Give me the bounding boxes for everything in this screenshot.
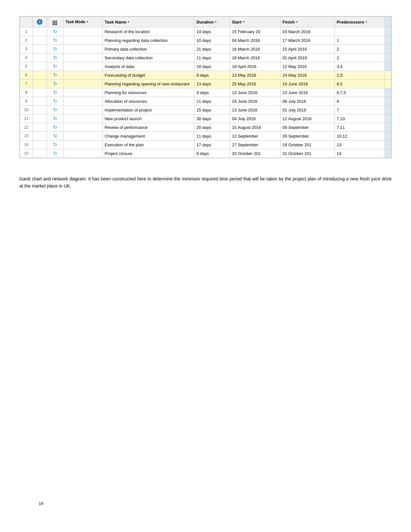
cell-task-mode xyxy=(64,45,103,53)
cell-task-mode xyxy=(64,71,103,80)
cell-icon1 xyxy=(33,45,47,53)
cell-task-mode xyxy=(64,27,103,36)
cell-finish: 10 June 2016 xyxy=(280,80,335,88)
gantt-table-container: i Task Mode ▼ xyxy=(19,16,392,158)
th-predecessors-label: Predecessors xyxy=(337,20,364,24)
task-mode-icon: ↻ xyxy=(53,124,57,130)
th-task-mode[interactable]: Task Mode ▼ xyxy=(64,17,103,27)
task-mode-icon: ↻ xyxy=(53,55,57,60)
cell-finish: 19 October 201 xyxy=(280,140,335,149)
th-task-name-label: Task Name xyxy=(104,20,126,24)
th-task-mode-label: Task Mode xyxy=(65,20,85,24)
cell-extra xyxy=(385,27,391,36)
cell-finish: 24 May 2016 xyxy=(280,71,335,80)
cell-num: 1 xyxy=(20,27,33,36)
cell-task-icon: ↻ xyxy=(47,45,64,53)
gantt-table: i Task Mode ▼ xyxy=(20,16,391,158)
cell-finish: 23 June 2016 xyxy=(280,88,335,97)
cell-num: 8 xyxy=(20,88,33,97)
cell-finish: 09 September xyxy=(280,123,335,132)
cell-task-icon: ↻ xyxy=(47,62,64,71)
cell-predecessors: 10,12 xyxy=(335,132,385,140)
cell-extra xyxy=(385,132,391,140)
cell-start: 18 March 2016 xyxy=(230,53,280,62)
cell-task-mode xyxy=(64,132,103,140)
th-duration-label: Duration xyxy=(196,20,213,24)
cell-task-mode xyxy=(64,36,103,45)
table-row: 4↻Secondary data collection11 days18 Mar… xyxy=(20,53,391,62)
cell-extra xyxy=(385,114,391,123)
cell-predecessors: 7,11 xyxy=(335,123,385,132)
cell-predecessors: 14 xyxy=(335,149,385,158)
cell-icon1 xyxy=(33,132,47,140)
table-row: 3↻Primary data collection21 days18 March… xyxy=(20,45,391,53)
cell-task-name: Secondary data collection xyxy=(103,53,194,62)
cell-task-name: Planning regarding data collection xyxy=(103,36,194,45)
cell-predecessors: 3,4 xyxy=(335,62,385,71)
task-mode-icon: ↻ xyxy=(53,98,57,104)
cell-duration: 9 days xyxy=(194,88,230,97)
paragraph-text: Gantt chart and network diagram: It has … xyxy=(19,175,392,190)
task-mode-icon: ↻ xyxy=(53,116,57,121)
table-row: 7↻Planning regarding opening of new rest… xyxy=(20,80,391,88)
page-wrapper: i Task Mode ▼ xyxy=(19,10,392,525)
cell-task-name: Change management xyxy=(103,132,194,140)
cell-predecessors: 8 xyxy=(335,97,385,106)
cell-num: 11 xyxy=(20,114,33,123)
cell-start: 13 May 2016 xyxy=(230,71,280,80)
cell-duration: 14 days xyxy=(194,27,230,36)
cell-task-name: Forecasting of budget xyxy=(103,71,194,80)
cell-num: 3 xyxy=(20,45,33,53)
cell-finish: 12 May 2016 xyxy=(280,62,335,71)
cell-task-mode xyxy=(64,53,103,62)
cell-task-icon: ↻ xyxy=(47,140,64,149)
cell-icon1 xyxy=(33,114,47,123)
cell-num: 12 xyxy=(20,123,33,132)
cell-duration: 11 days xyxy=(194,132,230,140)
cell-icon1 xyxy=(33,62,47,71)
th-task-name[interactable]: Task Name ▼ xyxy=(103,17,194,27)
cell-num: 15 xyxy=(20,149,33,158)
table-row: 9↻Allocation of resources11 days24 June … xyxy=(20,97,391,106)
cell-predecessors: 13 xyxy=(335,140,385,149)
cell-task-icon: ↻ xyxy=(47,97,64,106)
cell-task-name: New product launch xyxy=(103,114,194,123)
cell-extra xyxy=(385,97,391,106)
cell-start: 24 June 2016 xyxy=(230,97,280,106)
cell-task-mode xyxy=(64,149,103,158)
cell-icon1 xyxy=(33,140,47,149)
cell-task-mode xyxy=(64,140,103,149)
th-finish[interactable]: Finish ▼ xyxy=(280,17,335,27)
table-row: 14↻Execution of the plan17 days27 Septem… xyxy=(20,140,391,149)
cell-extra xyxy=(385,123,391,132)
grid-icon xyxy=(53,21,58,26)
task-mode-icon: ↻ xyxy=(53,90,57,95)
th-duration[interactable]: Duration ▼ xyxy=(194,17,230,27)
cell-task-mode xyxy=(64,88,103,97)
table-row: 12↻Review of performance20 days15 August… xyxy=(20,123,391,132)
cell-num: 4 xyxy=(20,53,33,62)
cell-finish: 26 September xyxy=(280,132,335,140)
th-predecessors[interactable]: Predecessors ▼ xyxy=(335,17,385,27)
cell-predecessors: 1 xyxy=(335,36,385,45)
info-icon: i xyxy=(37,19,43,25)
th-start[interactable]: Start ▼ xyxy=(230,17,280,27)
cell-predecessors: 7,10 xyxy=(335,114,385,123)
th-predecessors-sort: ▼ xyxy=(365,20,368,24)
cell-num: 5 xyxy=(20,62,33,71)
task-mode-icon: ↻ xyxy=(53,72,57,78)
task-mode-icon: ↻ xyxy=(53,37,57,43)
cell-duration: 8 days xyxy=(194,149,230,158)
cell-predecessors xyxy=(335,27,385,36)
cell-task-icon: ↻ xyxy=(47,106,64,114)
th-duration-sort: ▼ xyxy=(214,20,217,24)
cell-task-name: Primary data collection xyxy=(103,45,194,53)
cell-task-icon: ↻ xyxy=(47,123,64,132)
cell-task-icon: ↻ xyxy=(47,53,64,62)
cell-task-name: Project closure xyxy=(103,149,194,158)
cell-extra xyxy=(385,140,391,149)
cell-task-name: Implementation of project xyxy=(103,106,194,114)
th-finish-sort: ▼ xyxy=(296,20,298,24)
cell-start: 04 March 2016 xyxy=(230,36,280,45)
cell-duration: 13 days xyxy=(194,80,230,88)
